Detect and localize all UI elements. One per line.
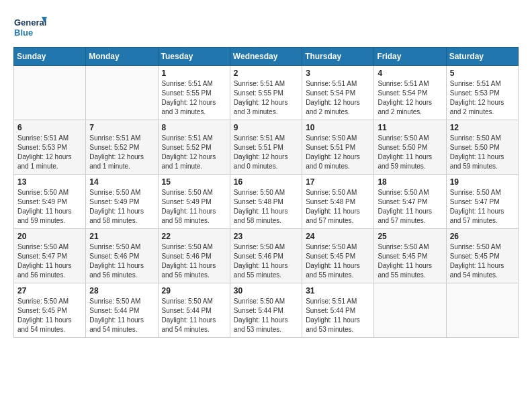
header-row: SundayMondayTuesdayWednesdayThursdayFrid…: [14, 48, 519, 66]
day-number: 11: [378, 123, 442, 132]
day-number: 22: [162, 232, 226, 241]
day-info: Sunrise: 5:50 AM Sunset: 5:50 PM Dayligh…: [450, 134, 515, 171]
day-info: Sunrise: 5:50 AM Sunset: 5:46 PM Dayligh…: [234, 242, 298, 280]
calendar-cell: 1Sunrise: 5:51 AM Sunset: 5:55 PM Daylig…: [158, 66, 230, 120]
day-header-saturday: Saturday: [446, 48, 518, 66]
calendar-cell: 29Sunrise: 5:50 AM Sunset: 5:44 PM Dayli…: [158, 283, 230, 338]
calendar-cell: 4Sunrise: 5:51 AM Sunset: 5:54 PM Daylig…: [374, 66, 446, 120]
calendar-cell: 3Sunrise: 5:51 AM Sunset: 5:54 PM Daylig…: [302, 66, 374, 120]
calendar-table: SundayMondayTuesdayWednesdayThursdayFrid…: [13, 47, 519, 338]
day-header-monday: Monday: [86, 48, 158, 66]
day-info: Sunrise: 5:51 AM Sunset: 5:52 PM Dayligh…: [89, 134, 154, 171]
calendar-cell: 22Sunrise: 5:50 AM Sunset: 5:46 PM Dayli…: [158, 229, 230, 283]
day-number: 13: [17, 177, 82, 187]
day-number: 12: [450, 123, 515, 132]
day-number: 23: [234, 232, 298, 241]
calendar-cell: 8Sunrise: 5:51 AM Sunset: 5:52 PM Daylig…: [158, 120, 230, 175]
day-info: Sunrise: 5:50 AM Sunset: 5:45 PM Dayligh…: [17, 297, 82, 334]
day-number: 5: [450, 68, 515, 78]
day-number: 27: [17, 286, 82, 295]
day-info: Sunrise: 5:51 AM Sunset: 5:44 PM Dayligh…: [306, 297, 370, 334]
day-header-friday: Friday: [374, 48, 446, 66]
day-info: Sunrise: 5:51 AM Sunset: 5:54 PM Dayligh…: [378, 79, 442, 117]
svg-text:Blue: Blue: [14, 28, 33, 38]
calendar-cell: 15Sunrise: 5:50 AM Sunset: 5:49 PM Dayli…: [158, 175, 230, 229]
day-number: 16: [234, 177, 298, 187]
day-number: 14: [89, 177, 154, 187]
day-number: 20: [17, 232, 82, 241]
day-info: Sunrise: 5:51 AM Sunset: 5:52 PM Dayligh…: [162, 134, 226, 171]
calendar-cell: 14Sunrise: 5:50 AM Sunset: 5:49 PM Dayli…: [86, 175, 158, 229]
day-header-tuesday: Tuesday: [158, 48, 230, 66]
day-number: 21: [89, 232, 154, 241]
day-number: 6: [17, 123, 82, 132]
day-number: 29: [162, 286, 226, 295]
calendar-cell: 20Sunrise: 5:50 AM Sunset: 5:47 PM Dayli…: [14, 229, 86, 283]
day-info: Sunrise: 5:50 AM Sunset: 5:48 PM Dayligh…: [306, 188, 370, 226]
logo-svg: General Blue: [13, 13, 47, 40]
calendar-week-3: 13Sunrise: 5:50 AM Sunset: 5:49 PM Dayli…: [14, 175, 519, 229]
calendar-cell: 13Sunrise: 5:50 AM Sunset: 5:49 PM Dayli…: [14, 175, 86, 229]
calendar-cell: 19Sunrise: 5:50 AM Sunset: 5:47 PM Dayli…: [446, 175, 518, 229]
day-info: Sunrise: 5:51 AM Sunset: 5:54 PM Dayligh…: [306, 79, 370, 117]
day-info: Sunrise: 5:51 AM Sunset: 5:53 PM Dayligh…: [17, 134, 82, 171]
day-number: 31: [306, 286, 370, 295]
calendar-cell: 18Sunrise: 5:50 AM Sunset: 5:47 PM Dayli…: [374, 175, 446, 229]
calendar-cell: [86, 66, 158, 120]
day-header-sunday: Sunday: [14, 48, 86, 66]
day-info: Sunrise: 5:50 AM Sunset: 5:49 PM Dayligh…: [162, 188, 226, 226]
day-info: Sunrise: 5:50 AM Sunset: 5:45 PM Dayligh…: [450, 242, 515, 280]
day-number: 15: [162, 177, 226, 187]
calendar-cell: 10Sunrise: 5:50 AM Sunset: 5:51 PM Dayli…: [302, 120, 374, 175]
calendar-cell: 12Sunrise: 5:50 AM Sunset: 5:50 PM Dayli…: [446, 120, 518, 175]
day-number: 30: [234, 286, 298, 295]
calendar-cell: [446, 283, 518, 338]
calendar-cell: [14, 66, 86, 120]
day-number: 24: [306, 232, 370, 241]
calendar-cell: 17Sunrise: 5:50 AM Sunset: 5:48 PM Dayli…: [302, 175, 374, 229]
calendar-week-4: 20Sunrise: 5:50 AM Sunset: 5:47 PM Dayli…: [14, 229, 519, 283]
day-number: 1: [162, 68, 226, 78]
day-number: 9: [234, 123, 298, 132]
day-info: Sunrise: 5:50 AM Sunset: 5:48 PM Dayligh…: [234, 188, 298, 226]
day-info: Sunrise: 5:51 AM Sunset: 5:53 PM Dayligh…: [450, 79, 515, 117]
day-number: 3: [306, 68, 370, 78]
day-info: Sunrise: 5:50 AM Sunset: 5:46 PM Dayligh…: [89, 242, 154, 280]
calendar-cell: 5Sunrise: 5:51 AM Sunset: 5:53 PM Daylig…: [446, 66, 518, 120]
calendar-week-1: 1Sunrise: 5:51 AM Sunset: 5:55 PM Daylig…: [14, 66, 519, 120]
day-number: 26: [450, 232, 515, 241]
day-info: Sunrise: 5:50 AM Sunset: 5:47 PM Dayligh…: [450, 188, 515, 226]
calendar-cell: 16Sunrise: 5:50 AM Sunset: 5:48 PM Dayli…: [230, 175, 302, 229]
day-info: Sunrise: 5:50 AM Sunset: 5:44 PM Dayligh…: [234, 297, 298, 334]
day-number: 17: [306, 177, 370, 187]
calendar-week-2: 6Sunrise: 5:51 AM Sunset: 5:53 PM Daylig…: [14, 120, 519, 175]
day-info: Sunrise: 5:50 AM Sunset: 5:47 PM Dayligh…: [378, 188, 442, 226]
day-header-thursday: Thursday: [302, 48, 374, 66]
day-info: Sunrise: 5:50 AM Sunset: 5:45 PM Dayligh…: [378, 242, 442, 280]
calendar-cell: 31Sunrise: 5:51 AM Sunset: 5:44 PM Dayli…: [302, 283, 374, 338]
calendar-cell: 23Sunrise: 5:50 AM Sunset: 5:46 PM Dayli…: [230, 229, 302, 283]
day-number: 10: [306, 123, 370, 132]
day-info: Sunrise: 5:50 AM Sunset: 5:47 PM Dayligh…: [17, 242, 82, 280]
day-number: 28: [89, 286, 154, 295]
calendar-cell: 30Sunrise: 5:50 AM Sunset: 5:44 PM Dayli…: [230, 283, 302, 338]
calendar-week-5: 27Sunrise: 5:50 AM Sunset: 5:45 PM Dayli…: [14, 283, 519, 338]
day-info: Sunrise: 5:50 AM Sunset: 5:44 PM Dayligh…: [89, 297, 154, 334]
day-info: Sunrise: 5:51 AM Sunset: 5:55 PM Dayligh…: [234, 79, 298, 117]
calendar-cell: 27Sunrise: 5:50 AM Sunset: 5:45 PM Dayli…: [14, 283, 86, 338]
day-info: Sunrise: 5:51 AM Sunset: 5:51 PM Dayligh…: [234, 134, 298, 171]
day-number: 7: [89, 123, 154, 132]
svg-text:General: General: [14, 17, 46, 28]
day-info: Sunrise: 5:50 AM Sunset: 5:51 PM Dayligh…: [306, 134, 370, 171]
day-info: Sunrise: 5:50 AM Sunset: 5:49 PM Dayligh…: [17, 188, 82, 226]
day-number: 2: [234, 68, 298, 78]
day-number: 18: [378, 177, 442, 187]
page-header: General Blue: [13, 13, 519, 40]
day-number: 4: [378, 68, 442, 78]
calendar-cell: 2Sunrise: 5:51 AM Sunset: 5:55 PM Daylig…: [230, 66, 302, 120]
calendar-header: SundayMondayTuesdayWednesdayThursdayFrid…: [14, 48, 519, 66]
day-info: Sunrise: 5:51 AM Sunset: 5:55 PM Dayligh…: [162, 79, 226, 117]
day-number: 19: [450, 177, 515, 187]
calendar-cell: 25Sunrise: 5:50 AM Sunset: 5:45 PM Dayli…: [374, 229, 446, 283]
logo: General Blue: [13, 13, 47, 40]
